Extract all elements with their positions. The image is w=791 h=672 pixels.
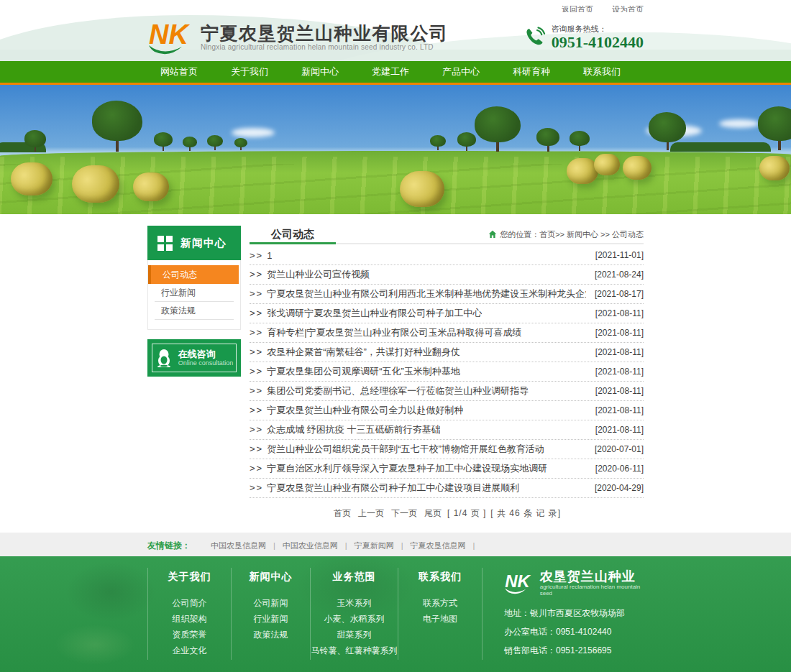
pagination-link[interactable]: 下一页 (391, 508, 417, 518)
pagination-link[interactable]: 首页 (334, 508, 351, 518)
sidebar: 新闻中心 公司动态行业新闻政策法规 在线咨询 Online con (147, 226, 241, 377)
site-footer: 关于我们 公司简介组织架构资质荣誉企业文化 新闻中心 公司新闻行业新闻政策法规 … (0, 556, 791, 672)
phone-icon (524, 26, 546, 47)
hay-bale-shape (400, 171, 444, 207)
consult-subtitle: Online consultation (178, 359, 234, 367)
footer-link[interactable]: 政策法规 (232, 627, 310, 643)
footer-column-news: 新闻中心 公司新闻行业新闻政策法规 (231, 568, 310, 660)
news-date: [2021-11-01] (595, 250, 644, 260)
news-row: >>农垦种企聚首“南繁硅谷”，共谋打好种业翻身仗 [2021-08-11] (250, 343, 644, 362)
friend-links-label: 友情链接： (147, 540, 191, 551)
news-date: [2021-08-17] (595, 289, 644, 299)
hay-bale-shape (72, 165, 119, 203)
news-row: >>育种专栏|宁夏农垦贺兰山种业有限公司玉米品种取得可喜成绩 [2021-08-… (250, 323, 644, 343)
footer-link[interactable]: 马铃薯、红薯种薯系列 (311, 643, 398, 658)
home-icon (488, 230, 497, 239)
tree-shape (24, 130, 46, 152)
hay-bale-shape (623, 156, 651, 180)
footer-link[interactable]: 玉米系列 (311, 595, 398, 611)
nav-item[interactable]: 新闻中心 (290, 61, 350, 83)
qq-penguin-icon (155, 349, 173, 367)
news-date: [2021-08-11] (595, 308, 644, 318)
hotline-number: 0951-4102440 (552, 34, 644, 50)
company-logo[interactable]: NK (147, 18, 195, 55)
news-row: >>众志成城 纾困抗疫 十三五砥砺前行夯基础 [2021-08-11] (250, 420, 644, 440)
footer-link[interactable]: 公司简介 (148, 595, 231, 611)
nav-item[interactable]: 产品中心 (431, 61, 491, 83)
footer-link[interactable]: 组织架构 (148, 611, 231, 627)
news-link[interactable]: >>贺兰山种业公司组织党员干部到“五七干校”博物馆开展红色教育活动 (250, 443, 544, 456)
nk-leaf-logo-icon: NK (147, 18, 195, 55)
friend-link[interactable]: 中国农业信息网 (283, 541, 355, 550)
news-link[interactable]: >>集团公司党委副书记、总经理徐军一行莅临贺兰山种业调研指导 (250, 385, 529, 397)
nav-item[interactable]: 党建工作 (360, 61, 421, 83)
footer-link[interactable]: 行业新闻 (232, 611, 310, 627)
news-link[interactable]: >>宁夏农垦贺兰山种业有限公司利用西北玉米制种基地优势建设玉米制种龙头企业 (250, 287, 586, 300)
friend-link[interactable]: 中国农垦信息网 (211, 541, 283, 550)
site-header: NK 宁夏农垦贺兰山种业有限公司 Ningxia agricultural re… (0, 12, 791, 61)
cloud-shape (719, 119, 759, 128)
news-row: >>宁夏农垦贺兰山种业有限公司种子加工中心建设项目进展顺利 [2020-04-2… (250, 479, 644, 498)
footer-contact-line: 地址：银川市西夏区农牧场场部 (504, 604, 644, 622)
nav-item[interactable]: 科研育种 (501, 61, 562, 83)
news-link[interactable]: >>宁夏农垦贺兰山种业有限公司全力以赴做好制种 (250, 404, 463, 417)
nav-item[interactable]: 网站首页 (149, 61, 209, 83)
footer-link[interactable]: 企业文化 (148, 643, 231, 658)
svg-text:NK: NK (505, 571, 531, 591)
friend-link[interactable]: 宁夏新闻网 (355, 541, 411, 550)
news-link[interactable]: >>农垦种企聚首“南繁硅谷”，共谋打好种业翻身仗 (250, 346, 460, 359)
news-date: [2021-08-11] (595, 386, 644, 396)
page-title: 公司动态 (250, 226, 336, 244)
footer-column-title: 新闻中心 (232, 571, 310, 584)
friend-link[interactable]: 宁夏农垦信息网 (411, 541, 483, 550)
sidebar-menu-item[interactable]: 行业新闻 (155, 284, 234, 302)
footer-link[interactable]: 甜菜系列 (311, 627, 398, 643)
main-navigation: 网站首页关于我们新闻中心党建工作产品中心科研育种联系我们 (0, 61, 791, 85)
sidebar-menu-item[interactable]: 政策法规 (155, 302, 234, 320)
friend-links-bar: 友情链接：中国农垦信息网中国农业信息网宁夏新闻网宁夏农垦信息网 (0, 533, 791, 556)
nav-item[interactable]: 联系我们 (572, 61, 632, 83)
tree-shape (649, 112, 686, 150)
news-link[interactable]: >>贺兰山种业公司宣传视频 (250, 268, 370, 281)
consult-title: 在线咨询 (178, 349, 234, 359)
online-consult-box[interactable]: 在线咨询 Online consultation (147, 339, 241, 377)
news-link[interactable]: >>1 (250, 250, 272, 261)
footer-column-title: 联系我们 (398, 571, 482, 584)
nk-leaf-logo-white-icon: NK (504, 569, 534, 597)
footer-link[interactable]: 电子地图 (398, 611, 482, 627)
footer-brand-name: 农垦贺兰山种业 (540, 569, 644, 584)
news-row: >>张戈调研宁夏农垦贺兰山种业有限公司种子加工中心 [2021-08-11] (250, 304, 644, 323)
footer-link[interactable]: 资质荣誉 (148, 627, 231, 643)
hotline-block: 咨询服务热线： 0951-4102440 (524, 24, 644, 50)
footer-link[interactable]: 联系方式 (398, 595, 482, 611)
breadcrumb[interactable]: 您的位置：首页>> 新闻中心 >> 公司动态 (488, 229, 644, 240)
footer-column-business: 业务范围 玉米系列小麦、水稻系列甜菜系列马铃薯、红薯种薯系列 (310, 568, 398, 660)
footer-link[interactable]: 小麦、水稻系列 (311, 611, 398, 627)
top-utility-bar: 返回首页设为首页 (0, 0, 791, 12)
nav-item[interactable]: 关于我们 (219, 61, 280, 83)
news-link[interactable]: >>育种专栏|宁夏农垦贺兰山种业有限公司玉米品种取得可喜成绩 (250, 326, 522, 339)
footer-column-title: 业务范围 (311, 571, 398, 584)
news-list: >>1 [2021-11-01] >>贺兰山种业公司宣传视频 [2021-08-… (250, 246, 644, 498)
pagination-link[interactable]: 上一页 (358, 508, 384, 518)
news-link[interactable]: >>众志成城 纾困抗疫 十三五砥砺前行夯基础 (250, 423, 440, 436)
news-link[interactable]: >>宁夏农垦集团公司观摩调研“五化”玉米制种基地 (250, 365, 460, 378)
hay-bale-shape (133, 172, 169, 201)
sidebar-menu-item[interactable]: 公司动态 (148, 265, 239, 284)
news-link[interactable]: >>宁夏农垦贺兰山种业有限公司种子加工中心建设项目进展顺利 (250, 482, 519, 494)
tree-shape (758, 106, 791, 150)
news-link[interactable]: >>张戈调研宁夏农垦贺兰山种业有限公司种子加工中心 (250, 307, 482, 320)
hay-bale-shape (11, 162, 52, 195)
tree-shape (92, 101, 142, 152)
company-name: 宁夏农垦贺兰山种业有限公司 (201, 23, 449, 43)
news-link[interactable]: >>宁夏自治区水利厅领导深入宁夏农垦种子加工中心建设现场实地调研 (250, 462, 547, 475)
content-header: 公司动态 您的位置：首页>> 新闻中心 >> 公司动态 (250, 226, 644, 244)
footer-link[interactable]: 公司新闻 (232, 595, 310, 611)
tree-shape (570, 131, 590, 151)
pagination: 首页上一页下一页尾页[ 1/4 页 ][ 共 46 条 记 录] (250, 498, 644, 521)
footer-column-title: 关于我们 (148, 571, 231, 584)
news-row: >>宁夏农垦集团公司观摩调研“五化”玉米制种基地 [2021-08-11] (250, 362, 644, 382)
pagination-link[interactable]: 尾页 (424, 508, 442, 518)
news-date: [2020-04-29] (595, 483, 644, 493)
cloud-shape (232, 128, 275, 137)
